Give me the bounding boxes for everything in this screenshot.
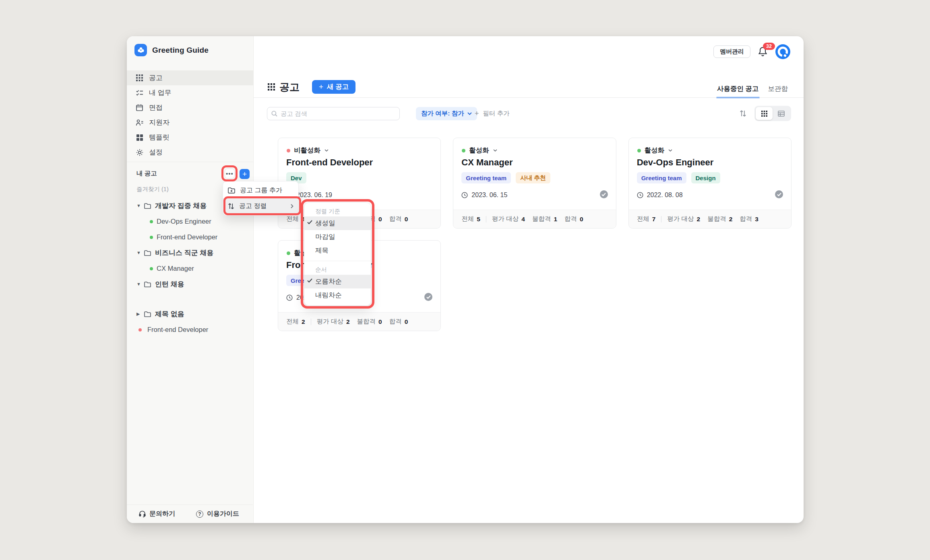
stat-label: 평가 대상 (492, 215, 519, 223)
template-icon (136, 134, 143, 141)
status-dot (637, 149, 641, 152)
status-dot (138, 328, 142, 331)
sidebar-item-applicants[interactable]: 지원자 (127, 115, 253, 130)
grid-icon (136, 74, 143, 81)
sort-option-created-date[interactable]: 생성일 (304, 216, 371, 230)
tab-archive[interactable]: 보관함 (768, 84, 788, 98)
table-view-button[interactable] (773, 107, 789, 120)
add-filter-label: 필터 추가 (483, 109, 510, 118)
folder-icon (144, 203, 151, 209)
filter-row: 참가 여부: 참가 + 필터 추가 (267, 107, 791, 120)
submenu-divider (304, 261, 371, 261)
caret-right-icon[interactable]: ▶ (136, 312, 141, 316)
tag-row: Greeting team Design (637, 172, 720, 183)
check-circle-icon[interactable] (600, 190, 608, 198)
created-date: 2022. 08. 08 (647, 191, 683, 199)
tree-item-label: Front-end Developer (157, 233, 217, 241)
folder-label: 제목 없음 (155, 309, 184, 319)
search-box (267, 107, 400, 120)
check-icon (307, 220, 312, 224)
tree-folder-untitled[interactable]: ▶ 제목 없음 (127, 306, 253, 322)
sidebar-item-templates[interactable]: 템플릿 (127, 130, 253, 145)
sidebar-item-interviews[interactable]: 면접 (127, 100, 253, 115)
sort-submenu: 정렬 기준 생성일 마감일 제목 순서 오름차순 내림차순 (304, 202, 371, 306)
caret-down-icon[interactable]: ▼ (136, 204, 141, 208)
tree-spacer (127, 292, 253, 306)
tag: 사내 추천 (516, 172, 550, 183)
add-filter-button[interactable]: + 필터 추가 (475, 109, 510, 118)
participation-filter-chip[interactable]: 참가 여부: 참가 (416, 107, 477, 120)
check-circle-icon[interactable] (775, 190, 783, 198)
menu-item-label: 공고 정렬 (239, 202, 267, 210)
tree-item-frontend-root[interactable]: Front-end Developer (127, 322, 253, 338)
sidebar-item-label: 내 업무 (149, 88, 172, 97)
menu-item-add-group[interactable]: 공고 그룹 추가 (223, 183, 298, 198)
status-dropdown[interactable]: 비활성화 (287, 146, 329, 155)
sidebar-item-postings[interactable]: 공고 (127, 70, 253, 85)
caret-down-icon[interactable]: ▼ (136, 251, 141, 255)
chevron-down-icon (467, 112, 472, 115)
date-row: 2023. 06. 15 (461, 191, 507, 199)
stat-label: 평가 대상 (667, 215, 694, 223)
menu-item-sort-postings[interactable]: 공고 정렬 (223, 198, 298, 214)
folder-icon (144, 282, 151, 287)
tree-item-devops[interactable]: Dev-Ops Engineer (127, 214, 253, 229)
app-logo[interactable]: Greeting Guide (134, 44, 209, 56)
notifications-button[interactable]: 32 (758, 46, 768, 57)
caret-down-icon[interactable]: ▼ (136, 282, 141, 286)
search-input[interactable] (281, 110, 395, 117)
folder-label: 인턴 채용 (155, 280, 184, 289)
app-window: Greeting Guide 공고 내 업무 면접 지원자 템플릿 (127, 36, 804, 523)
notification-badge: 32 (763, 43, 775, 50)
sort-order-icon[interactable] (740, 110, 746, 117)
check-circle-icon[interactable] (424, 293, 432, 301)
clock-icon (286, 294, 293, 301)
guide-link[interactable]: ? 이용가이드 (196, 510, 239, 518)
stat-label: 불합격 (532, 215, 551, 223)
sort-option-deadline[interactable]: 마감일 (304, 230, 371, 244)
my-posts-add-button[interactable]: + (240, 169, 250, 179)
tree-item-cx-manager[interactable]: CX Manager (127, 261, 253, 276)
plus-icon: + (319, 83, 323, 91)
sort-order-header: 순서 (304, 264, 371, 275)
contact-link[interactable]: 문의하기 (139, 510, 175, 518)
user-avatar[interactable] (775, 44, 790, 59)
new-posting-label: 새 공고 (327, 82, 349, 91)
sidebar-item-my-tasks[interactable]: 내 업무 (127, 85, 253, 100)
clock-icon (461, 192, 468, 198)
stat-value: 3 (755, 216, 758, 223)
status-dot (150, 267, 153, 270)
sort-option-label: 제목 (315, 246, 329, 255)
status-dropdown[interactable]: 활성화 (462, 146, 497, 155)
question-icon: ? (196, 511, 203, 518)
new-posting-button[interactable]: + 새 공고 (312, 80, 355, 94)
tab-active-postings[interactable]: 사용중인 공고 (717, 84, 759, 98)
folder-icon (144, 311, 151, 317)
status-label: 비활성화 (294, 146, 320, 155)
sort-option-descending[interactable]: 내림차순 (304, 288, 371, 302)
applicants-icon (136, 119, 143, 126)
posting-card-cx-manager[interactable]: 활성화 CX Manager Greeting team 사내 추천 2023.… (453, 138, 616, 229)
sort-option-ascending[interactable]: 오름차순 (304, 275, 371, 288)
stat-label: 전체 (286, 317, 299, 326)
sidebar-item-settings[interactable]: 설정 (127, 145, 253, 160)
tree-folder-business-hiring[interactable]: ▼ 비즈니스 직군 채용 (127, 245, 253, 261)
tree-folder-intern-hiring[interactable]: ▼ 인턴 채용 (127, 276, 253, 292)
page-title: 공고 (279, 80, 300, 94)
stat-value: 2 (697, 216, 701, 223)
sort-option-title[interactable]: 제목 (304, 244, 371, 257)
posting-card-devops[interactable]: 활성화 Dev-Ops Engineer Greeting team Desig… (628, 138, 792, 229)
member-management-button[interactable]: 멤버관리 (713, 45, 750, 58)
tree-item-frontend[interactable]: Front-end Developer (127, 229, 253, 245)
stat-value: 0 (580, 216, 583, 223)
favorites-label: 즐겨찾기 (1) (136, 185, 169, 193)
status-dropdown[interactable]: 활성화 (637, 146, 673, 155)
app-logo-icon (134, 44, 147, 56)
folder-label: 개발자 집중 채용 (155, 201, 207, 210)
my-posts-more-button[interactable]: ••• (225, 169, 235, 179)
app-title: Greeting Guide (152, 46, 209, 55)
stat-value: 2 (346, 318, 350, 325)
grid-view-button[interactable] (756, 107, 773, 120)
tree-item-label: CX Manager (157, 265, 194, 272)
stat-label: 합격 (389, 317, 402, 326)
